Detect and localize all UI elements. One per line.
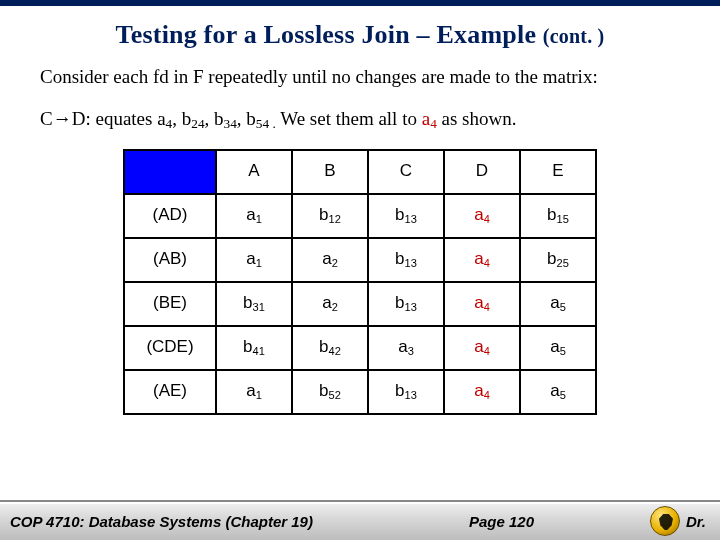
- row-label: (AD): [124, 194, 216, 238]
- footer-right: Dr.: [650, 506, 706, 536]
- cell: a5: [520, 326, 596, 370]
- cell-sub: 1: [256, 389, 262, 401]
- cell-sub: 2: [332, 301, 338, 313]
- slide-body: Consider each fd in F repeatedly until n…: [0, 58, 720, 415]
- lossless-matrix: A B C D E (AD)a1b12b13a4b15(AB)a1a2b13a4…: [123, 149, 597, 415]
- cell: a1: [216, 194, 292, 238]
- cell-value: a: [246, 381, 255, 400]
- cell-value: a: [246, 249, 255, 268]
- cell-value: b: [547, 205, 556, 224]
- cell-value: a: [322, 249, 331, 268]
- corner-cell: [124, 150, 216, 194]
- set-text-1: We set them all to: [276, 108, 422, 129]
- cell-sub: 12: [329, 213, 341, 225]
- cell: a4: [444, 282, 520, 326]
- fd-lhs: C: [40, 108, 53, 129]
- col-B: B: [292, 150, 368, 194]
- cell-sub: 13: [405, 213, 417, 225]
- cell-sub: 5: [560, 389, 566, 401]
- slide: Testing for a Lossless Join – Example (c…: [0, 0, 720, 540]
- cell: a2: [292, 282, 368, 326]
- slide-title: Testing for a Lossless Join – Example (c…: [0, 6, 720, 58]
- cell: b31: [216, 282, 292, 326]
- table-wrap: A B C D E (AD)a1b12b13a4b15(AB)a1a2b13a4…: [40, 149, 680, 415]
- cell: b13: [368, 282, 444, 326]
- cell: a5: [520, 370, 596, 414]
- cell: a4: [444, 238, 520, 282]
- set-text-2: as shown.: [437, 108, 517, 129]
- cell: b13: [368, 238, 444, 282]
- cell: b13: [368, 194, 444, 238]
- footer-course: COP 4710: Database Systems (Chapter 19): [10, 513, 313, 530]
- cell: b25: [520, 238, 596, 282]
- cell-sub: 15: [557, 213, 569, 225]
- cell-sub: 41: [253, 345, 265, 357]
- title-main: Testing for a Lossless Join – Example: [116, 20, 537, 49]
- set-a: a: [422, 108, 430, 129]
- cell-value: a: [550, 337, 559, 356]
- eq-s4: 54 .: [256, 116, 276, 131]
- cell-sub: 1: [256, 213, 262, 225]
- cell: b12: [292, 194, 368, 238]
- cell-value: a: [474, 337, 483, 356]
- cell-value: b: [395, 293, 404, 312]
- table-row: (BE)b31a2b13a4a5: [124, 282, 596, 326]
- cell: a1: [216, 238, 292, 282]
- cell-value: b: [319, 205, 328, 224]
- cell-value: a: [474, 249, 483, 268]
- cell: b13: [368, 370, 444, 414]
- cell-value: a: [550, 293, 559, 312]
- row-label: (BE): [124, 282, 216, 326]
- cell-value: b: [395, 381, 404, 400]
- col-D: D: [444, 150, 520, 194]
- ucf-logo-icon: [650, 506, 680, 536]
- cell: a4: [444, 370, 520, 414]
- col-C: C: [368, 150, 444, 194]
- cell-sub: 25: [557, 257, 569, 269]
- cell: a4: [444, 194, 520, 238]
- cell-sub: 13: [405, 389, 417, 401]
- arrow-icon: →: [53, 108, 72, 129]
- cell-value: b: [319, 337, 328, 356]
- row-label: (AE): [124, 370, 216, 414]
- cell: a4: [444, 326, 520, 370]
- cell: b41: [216, 326, 292, 370]
- eq-s2: 24: [191, 116, 204, 131]
- cell-value: a: [474, 381, 483, 400]
- title-cont: (cont. ): [543, 25, 605, 47]
- cell-value: b: [319, 381, 328, 400]
- cell-value: a: [474, 293, 483, 312]
- cell-value: a: [398, 337, 407, 356]
- cell-sub: 31: [253, 301, 265, 313]
- cell-value: a: [474, 205, 483, 224]
- cell-sub: 4: [484, 257, 490, 269]
- cell-sub: 52: [329, 389, 341, 401]
- col-A: A: [216, 150, 292, 194]
- footer-page: Page 120: [353, 513, 650, 530]
- cell: a2: [292, 238, 368, 282]
- cell: b42: [292, 326, 368, 370]
- cell-sub: 4: [484, 301, 490, 313]
- cell-sub: 3: [408, 345, 414, 357]
- cell-sub: 42: [329, 345, 341, 357]
- set-a-sub: 4: [430, 116, 437, 131]
- intro-line: Consider each fd in F repeatedly until n…: [40, 64, 680, 90]
- eq-pref: : equates a: [85, 108, 165, 129]
- cell: a5: [520, 282, 596, 326]
- table-header-row: A B C D E: [124, 150, 596, 194]
- cell-sub: 1: [256, 257, 262, 269]
- cell-sub: 5: [560, 301, 566, 313]
- row-label: (AB): [124, 238, 216, 282]
- cell-value: b: [395, 205, 404, 224]
- row-label: (CDE): [124, 326, 216, 370]
- cell-value: b: [547, 249, 556, 268]
- table-row: (CDE)b41b42a3a4a5: [124, 326, 596, 370]
- eq-c1: , b: [172, 108, 191, 129]
- cell: b15: [520, 194, 596, 238]
- eq-c2: , b: [205, 108, 224, 129]
- cell-value: b: [243, 337, 252, 356]
- cell: a1: [216, 370, 292, 414]
- cell-value: a: [322, 293, 331, 312]
- table-row: (AD)a1b12b13a4b15: [124, 194, 596, 238]
- col-E: E: [520, 150, 596, 194]
